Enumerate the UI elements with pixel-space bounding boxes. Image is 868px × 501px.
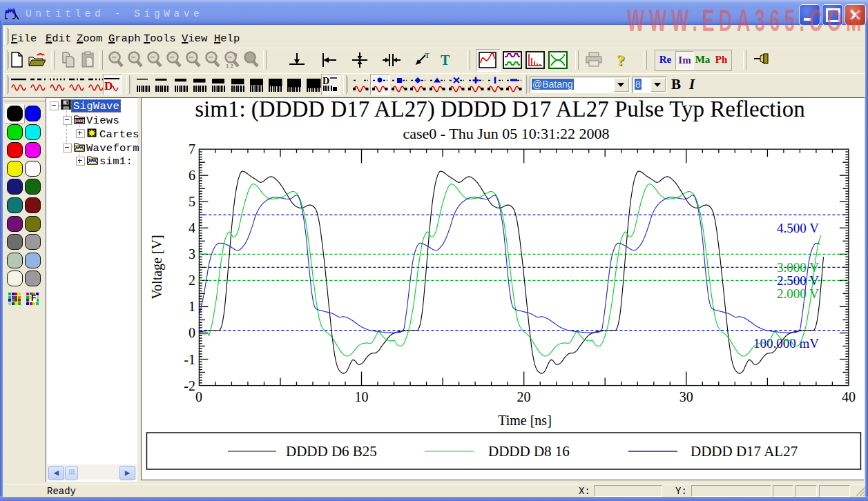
svg-text:2: 2	[189, 273, 195, 288]
svg-text:40: 40	[842, 389, 856, 404]
svg-text:T: T	[425, 51, 430, 59]
svg-text:4: 4	[189, 220, 195, 235]
svg-text:-1: -1	[184, 352, 195, 367]
svg-text:0: 0	[234, 52, 238, 58]
svg-text:Time [ns]: Time [ns]	[498, 413, 552, 428]
svg-text:DDDD D6 B25: DDDD D6 B25	[286, 443, 377, 460]
svg-text:3.000 V: 3.000 V	[777, 260, 819, 275]
svg-text:7: 7	[189, 141, 195, 157]
svg-text:D: D	[322, 76, 329, 86]
svg-text:-2: -2	[184, 378, 195, 393]
svg-text:30: 30	[679, 389, 693, 404]
svg-text:100.000 mV: 100.000 mV	[753, 336, 819, 351]
svg-text:20: 20	[517, 389, 531, 404]
svg-text:Voltage [V]: Voltage [V]	[149, 235, 165, 299]
svg-text:case0 - Thu Jun 05 10:31:22 20: case0 - Thu Jun 05 10:31:22 2008	[403, 125, 609, 142]
svg-text:1: 1	[189, 299, 195, 314]
svg-text:1 2: 1 2	[226, 63, 234, 69]
svg-text:5: 5	[189, 194, 195, 209]
svg-text:4.500 V: 4.500 V	[777, 221, 819, 235]
svg-text:3: 3	[189, 246, 195, 262]
svg-text:6: 6	[189, 168, 195, 183]
svg-text:XY: XY	[77, 119, 82, 123]
svg-text:2.000 V: 2.000 V	[777, 286, 819, 301]
svg-text:0: 0	[189, 325, 195, 340]
svg-text:sim1: (DDDD D17 AL27) DDDD D17: sim1: (DDDD D17 AL27) DDDD D17 AL27 Puls…	[195, 97, 804, 122]
svg-text:10: 10	[355, 389, 369, 404]
svg-text:0: 0	[195, 389, 202, 404]
svg-text:DDDD D8 16: DDDD D8 16	[488, 443, 570, 460]
svg-text:DDDD D17 AL27: DDDD D17 AL27	[691, 443, 798, 460]
